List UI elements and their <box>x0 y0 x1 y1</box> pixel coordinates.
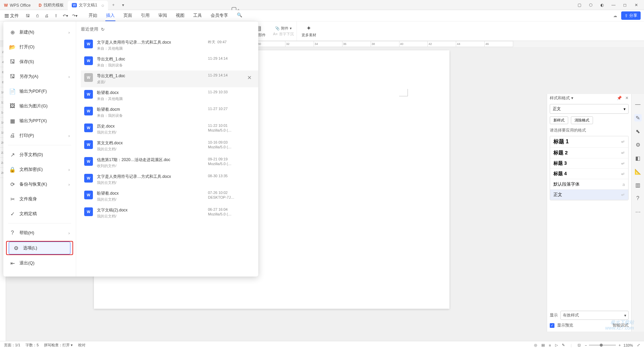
view-print-icon[interactable]: ▤ <box>541 343 545 347</box>
recent-file-item[interactable]: W 英文文档.docx 我的云文档/ 10-16 09:03 Mozilla/5… <box>81 138 258 154</box>
close-window-icon[interactable]: ✕ <box>633 3 639 7</box>
recent-file-item[interactable]: W 盼望着.docx 我的云文档/ 07-26 10:02 DESKTOP-7J… <box>81 188 258 205</box>
edit-icon[interactable]: ✎ <box>634 114 642 121</box>
preview-checkbox[interactable]: ✓ <box>550 323 554 328</box>
spell-check-status[interactable]: 拼写检查：打开 ▾ <box>44 343 73 348</box>
remove-recent-icon[interactable]: ✕ <box>247 74 252 81</box>
new-style-button[interactable]: 新样式 <box>550 116 568 124</box>
file-menu-item[interactable]: ▦输出为PPT(X) <box>3 113 76 128</box>
file-menu-item[interactable]: ?帮助(H)› <box>3 226 76 240</box>
tab-page[interactable]: 页面 <box>123 10 133 21</box>
file-menu-item[interactable]: ⚙选项(L) <box>9 242 70 254</box>
ribbon-attach[interactable]: 📎 附件 ▾ <box>275 26 292 31</box>
file-menu-item[interactable]: 🔒文档加密(E)› <box>3 162 76 177</box>
tab-view[interactable]: 视图 <box>175 10 185 21</box>
style-heading-1[interactable]: 标题 1↵ <box>550 136 628 148</box>
file-menu-item[interactable]: 🖫另存为(A)› <box>3 69 76 84</box>
tab-wps-office[interactable]: W WPS Office <box>0 1 35 10</box>
cloud-icon[interactable]: ☁ <box>613 13 617 18</box>
style-heading-3[interactable]: 标题 3↵ <box>550 158 628 169</box>
tab-menu-button[interactable]: ▾ <box>119 3 127 7</box>
view-outline-icon[interactable]: ≡ <box>549 343 551 347</box>
file-menu-item[interactable]: 🖨打印(P)› <box>3 128 76 143</box>
tab-home[interactable]: 开始 <box>88 10 98 21</box>
settings-icon[interactable]: ⚙ <box>634 141 642 148</box>
recent-file-item[interactable]: W 文字文稿(2).docx 我的云文档/ 06-27 16:04 Mozill… <box>81 205 258 221</box>
maximize-icon[interactable]: ◻ <box>622 3 628 7</box>
tab-insert[interactable]: 插入 <box>105 10 115 21</box>
style-default-font[interactable]: 默认段落字体a <box>550 179 628 190</box>
recent-file-item[interactable]: W 历史.docx 我的云文档/ 11-22 10:01 Mozilla/5.0… <box>81 121 258 138</box>
file-menu-item[interactable]: ⊕新建(N)› <box>3 25 76 40</box>
file-menu-item[interactable]: ↗分享文档(D) <box>3 147 76 162</box>
refresh-icon[interactable]: ↻ <box>101 27 105 32</box>
zoom-out-icon[interactable]: − <box>585 343 587 347</box>
book-icon[interactable]: ▥ <box>634 181 642 189</box>
file-menu-item[interactable]: ✓文档定稿 <box>3 206 76 221</box>
file-menu-item[interactable]: ⇤退出(Q) <box>3 256 76 270</box>
recent-file-item[interactable]: W 信息第17期：2020…活动走进花溪区.doc 收到的文件/ 09-21 0… <box>81 154 258 171</box>
page-indicator[interactable]: 页面：1/1 <box>4 343 20 348</box>
file-menu-item[interactable]: 🖫保存(S) <box>3 54 76 69</box>
window-icon[interactable]: ▢ <box>576 3 582 7</box>
file-menu-item[interactable]: ⟳备份与恢复(K)› <box>3 177 76 192</box>
tab-document[interactable]: W 文字文稿1 ○ <box>68 1 108 10</box>
style-heading-2[interactable]: 标题 2↵ <box>550 148 628 158</box>
recent-file-item[interactable]: W 盼望着.docx 来自：其他电脑 11-29 10:33 <box>81 87 258 104</box>
current-style-select[interactable]: 正文 ▾ <box>550 104 629 114</box>
collapse-icon[interactable]: — <box>634 101 642 108</box>
save-icon[interactable]: 🖫 <box>25 13 31 19</box>
help-icon[interactable]: ? <box>634 195 642 202</box>
share-button[interactable]: ⇪ 分享 <box>621 11 641 20</box>
select-icon[interactable]: ⬉ <box>634 128 642 135</box>
recent-file-item[interactable]: W 导出文档_1.doc 来自：我的设备 11-29 14:14 <box>81 54 258 70</box>
user-icon[interactable]: ◐ <box>599 3 605 7</box>
word-count[interactable]: 字数：5 <box>25 343 39 348</box>
print-icon[interactable]: 🖨 <box>44 13 50 19</box>
ribbon-more[interactable]: ✦ 更多素材 <box>297 21 321 41</box>
cube-icon[interactable]: ⬡ <box>588 3 594 7</box>
undo-icon[interactable]: ↶▾ <box>62 13 68 19</box>
close-panel-icon[interactable]: ✕ <box>625 96 629 100</box>
file-menu-item[interactable]: ✂文件瘦身 <box>3 192 76 206</box>
view-web-icon[interactable]: ▷ <box>555 343 558 347</box>
style-body[interactable]: 正文↵ <box>550 190 628 200</box>
new-tab-button[interactable]: ＋ <box>108 2 119 8</box>
tab-member[interactable]: 会员专享 <box>210 10 229 21</box>
redo-icon[interactable]: ↷▾ <box>72 13 78 19</box>
chevron-down-icon[interactable]: ▾ <box>571 96 573 100</box>
more-icon[interactable]: ⋯ <box>634 208 642 215</box>
tab-tools[interactable]: 工具 <box>193 10 203 21</box>
recent-file-item[interactable]: W 导出文档_1.doc 桌面/ 11-29 14:14 ✕ <box>81 70 258 87</box>
file-menu-item[interactable]: 🖼输出为图片(G) <box>3 99 76 113</box>
recent-file-item[interactable]: W 盼望着.docm 来自：我的设备 11-27 10:27 <box>81 104 258 121</box>
ruler-icon[interactable]: 📐 <box>634 168 642 175</box>
tab-review[interactable]: 审阅 <box>158 10 168 21</box>
zoom-in-icon[interactable]: ＋ <box>618 343 622 348</box>
focus-mode-icon[interactable]: ◎ <box>534 343 537 347</box>
export-icon[interactable]: ⇪ <box>53 13 59 19</box>
tab-references[interactable]: 引用 <box>140 10 150 21</box>
recent-file-item[interactable]: W 文字是人类用符号记录…方式和工具.docx 来自：其他电脑 昨天 09:47 <box>81 37 258 54</box>
expand-icon[interactable]: ⤢ <box>637 343 640 347</box>
show-filter-select[interactable]: 有效样式 ▾ <box>560 311 629 320</box>
zoom-control[interactable]: − ＋ 133% <box>585 343 633 348</box>
fit-icon[interactable]: ⊡ <box>578 343 581 347</box>
layers-icon[interactable]: ◧ <box>634 154 642 162</box>
recent-file-item[interactable]: W 文字是人类用符号记录…方式和工具.docx 我的云文档/ 08-30 13:… <box>81 171 258 188</box>
close-icon[interactable]: ○ <box>101 3 104 8</box>
style-heading-4[interactable]: 标题 4↵ <box>550 169 628 179</box>
proofing-status[interactable]: 校对 <box>78 343 86 348</box>
menu-item-label: 打印(P) <box>19 133 34 139</box>
minimize-icon[interactable]: — <box>610 3 616 7</box>
file-menu-button[interactable]: 文件 <box>2 11 21 20</box>
clear-format-button[interactable]: 清除格式 <box>571 116 593 124</box>
chevron-down-icon: ▾ <box>290 26 292 31</box>
search-icon[interactable]: 🔍 <box>236 10 243 21</box>
view-read-icon[interactable]: ✎ <box>562 343 565 347</box>
print-preview-icon[interactable]: ⎙ <box>34 13 40 19</box>
pin-icon[interactable]: 📌 <box>617 96 622 100</box>
tab-templates[interactable]: D 找稻壳模板 <box>35 1 68 10</box>
file-menu-item[interactable]: 📂打开(O) <box>3 40 76 54</box>
file-menu-item[interactable]: 📄输出为PDF(F) <box>3 84 76 99</box>
